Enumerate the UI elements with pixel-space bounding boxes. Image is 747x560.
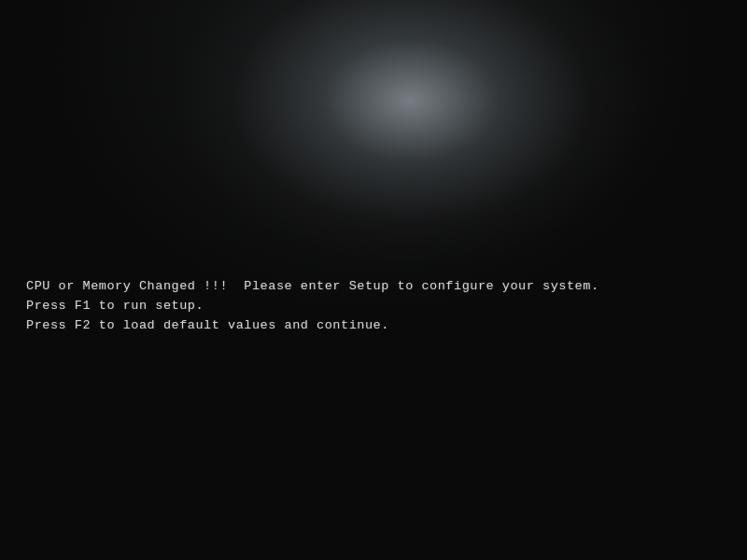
bios-line-3: Press F2 to load default values and cont… bbox=[26, 316, 599, 336]
bios-line-1: CPU or Memory Changed !!! Please enter S… bbox=[26, 277, 599, 297]
bios-line-2: Press F1 to run setup. bbox=[26, 297, 599, 316]
bios-screen: CPU or Memory Changed !!! Please enter S… bbox=[0, 0, 747, 560]
bios-message-block: CPU or Memory Changed !!! Please enter S… bbox=[26, 277, 599, 336]
